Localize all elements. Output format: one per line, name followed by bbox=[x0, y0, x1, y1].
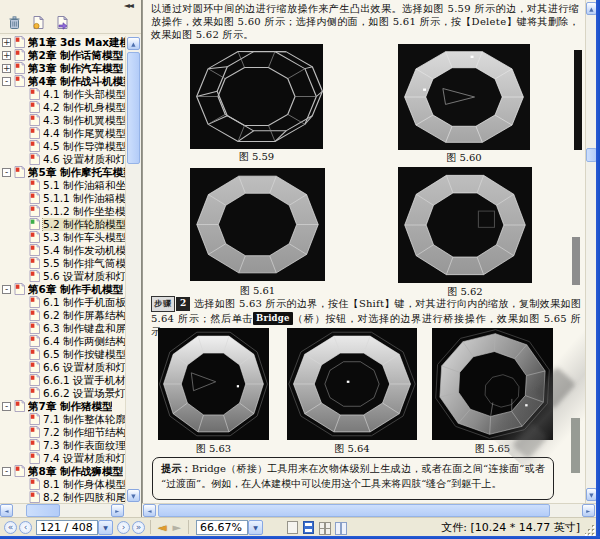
expander-icon[interactable]: + bbox=[2, 38, 11, 47]
bookmark-item-label: 6.1 制作手机面板模型 bbox=[43, 296, 125, 309]
bookmark-item[interactable]: 5.4 制作发动机模型 bbox=[0, 244, 125, 257]
bookmark-page-icon bbox=[29, 244, 40, 257]
bookmark-item[interactable]: 7.3 制作表面纹理 bbox=[0, 439, 125, 452]
bookmark-item[interactable]: 6.6 设置材质和灯光 bbox=[0, 361, 125, 374]
expander-icon[interactable]: + bbox=[2, 51, 11, 60]
bookmark-page-icon bbox=[14, 166, 25, 179]
bookmark-item[interactable]: 7.1 制作整体轮廓 bbox=[0, 413, 125, 426]
bookmark-item-label: 5.1.2 制作坐垫模型 bbox=[43, 205, 125, 218]
bookmark-item[interactable]: 4.6 设置材质和灯光 bbox=[0, 153, 125, 166]
continuous-facing-layout-button[interactable] bbox=[334, 520, 347, 535]
bookmark-item-label: 4.1 制作头部模型 bbox=[43, 88, 125, 101]
scroll-down-icon[interactable]: ▼ bbox=[127, 489, 140, 502]
bookmark-item[interactable]: - 第4章 制作战斗机模型 bbox=[0, 75, 125, 88]
bookmark-item[interactable]: 5.6 设置材质和灯光 bbox=[0, 270, 125, 283]
collapse-panel-icon[interactable]: ◄◄ bbox=[124, 1, 132, 10]
first-page-button[interactable]: « bbox=[4, 521, 17, 534]
single-page-layout-button[interactable] bbox=[286, 520, 299, 535]
bookmark-page-icon bbox=[29, 179, 40, 192]
document-horizontal-scrollbar[interactable]: ◄ ► bbox=[142, 503, 596, 518]
scroll-thumb[interactable] bbox=[26, 504, 60, 517]
bookmark-item[interactable]: 6.1 制作手机面板模型 bbox=[0, 296, 125, 309]
previous-page-button[interactable]: ‹ bbox=[19, 521, 32, 534]
bookmark-item[interactable]: 5.1 制作油箱和坐垫模型 bbox=[0, 179, 125, 192]
bookmark-item[interactable]: 6.6.2 设置场景灯光 bbox=[0, 387, 125, 400]
scroll-thumb[interactable] bbox=[127, 52, 140, 164]
bookmark-item[interactable]: - 第5章 制作摩托车模型 bbox=[0, 166, 125, 179]
bookmark-page-icon bbox=[29, 192, 40, 205]
next-bookmark-button[interactable] bbox=[55, 15, 70, 30]
previous-view-button[interactable]: ◄ bbox=[158, 521, 166, 534]
bookmark-item-label: 第8章 制作战狮模型 bbox=[28, 465, 123, 478]
zoom-level-field[interactable]: 66.67% bbox=[196, 520, 248, 535]
bookmark-item[interactable]: 5.5 制作排气筒模型 bbox=[0, 257, 125, 270]
bookmark-item[interactable]: 4.2 制作机身模型 bbox=[0, 101, 125, 114]
continuous-layout-button[interactable] bbox=[302, 520, 315, 535]
figure-caption: 图 5.60 bbox=[398, 151, 530, 163]
expander-icon[interactable]: - bbox=[2, 168, 11, 177]
scroll-up-icon[interactable]: ▲ bbox=[127, 37, 140, 50]
bookmarks-horizontal-scrollbar[interactable]: ◄ ► bbox=[0, 503, 125, 518]
bookmark-item-label: 4.3 制作机翼模型 bbox=[43, 114, 125, 127]
bookmark-item-label: 6.6.2 设置场景灯光 bbox=[43, 387, 125, 400]
bookmark-item[interactable]: 8.1 制作身体模型 bbox=[0, 478, 125, 491]
bookmark-page-icon bbox=[29, 218, 40, 231]
bookmark-item[interactable]: 5.1.2 制作坐垫模型 bbox=[0, 205, 125, 218]
bookmark-item[interactable]: 6.6.1 设置手机材质 bbox=[0, 374, 125, 387]
scroll-thumb[interactable] bbox=[158, 504, 550, 517]
separator bbox=[188, 520, 189, 534]
new-bookmark-button[interactable] bbox=[31, 15, 46, 30]
bookmark-item[interactable]: 8.2 制作四肢和尾巴模型 bbox=[0, 491, 125, 503]
figure-caption: 图 5.65 bbox=[432, 442, 553, 454]
bookmark-item[interactable]: + 第3章 制作汽车模型 bbox=[0, 62, 125, 75]
bookmark-item[interactable]: - 第7章 制作猪模型 bbox=[0, 400, 125, 413]
page-number-field[interactable]: 121 / 408 bbox=[36, 520, 98, 535]
bookmark-page-icon bbox=[29, 426, 40, 439]
bookmark-item[interactable]: + 第2章 制作话筒模型 bbox=[0, 49, 125, 62]
expander-icon[interactable]: - bbox=[2, 77, 11, 86]
zoom-dropdown-icon[interactable]: ▼ bbox=[248, 520, 263, 535]
figure-5-61 bbox=[190, 168, 325, 281]
next-page-button[interactable]: › bbox=[117, 521, 130, 534]
bookmark-item[interactable]: 4.3 制作机翼模型 bbox=[0, 114, 125, 127]
expander-icon[interactable]: - bbox=[2, 285, 11, 294]
resize-grip[interactable] bbox=[585, 525, 596, 536]
scroll-left-icon[interactable]: ◄ bbox=[0, 504, 13, 517]
bookmark-item[interactable]: 4.4 制作尾翼模型 bbox=[0, 127, 125, 140]
bookmark-item[interactable]: 6.4 制作两侧结构及系绳 bbox=[0, 335, 125, 348]
bookmark-item[interactable]: - 第6章 制作手机模型 bbox=[0, 283, 125, 296]
bookmark-page-icon bbox=[29, 374, 40, 387]
bookmark-item[interactable]: 6.5 制作按键模型 bbox=[0, 348, 125, 361]
facing-layout-button[interactable] bbox=[318, 520, 331, 535]
bookmark-list: + 第1章 3ds Max建模基础 + 第2章 制作话筒模型 + 第3章 制作汽… bbox=[0, 36, 125, 503]
bookmark-item[interactable]: - 第8章 制作战狮模型 bbox=[0, 465, 125, 478]
page-dropdown-icon[interactable]: ▼ bbox=[98, 520, 113, 535]
bookmark-item[interactable]: 6.2 制作屏幕结构 bbox=[0, 309, 125, 322]
scroll-right-icon[interactable]: ► bbox=[582, 504, 595, 517]
expander-icon[interactable]: - bbox=[2, 402, 11, 411]
bookmarks-vertical-scrollbar[interactable]: ▲ ▼ bbox=[125, 36, 141, 503]
expander-icon[interactable]: - bbox=[2, 467, 11, 476]
bookmark-item-label: 第7章 制作猪模型 bbox=[28, 400, 112, 413]
scroll-left-icon[interactable]: ◄ bbox=[143, 504, 156, 517]
bookmark-item-label: 5.1 制作油箱和坐垫模型 bbox=[43, 179, 125, 192]
bookmark-item[interactable]: 4.1 制作头部模型 bbox=[0, 88, 125, 101]
scroll-right-icon[interactable]: ► bbox=[111, 504, 124, 517]
bookmark-item[interactable]: 5.2 制作轮胎模型 bbox=[0, 218, 125, 231]
bookmark-page-icon bbox=[29, 101, 40, 114]
next-view-button[interactable]: ► bbox=[172, 521, 180, 534]
bookmark-item[interactable]: 7.2 制作细节结构 bbox=[0, 426, 125, 439]
bookmark-item-label: 4.5 制作导弹模型 bbox=[43, 140, 125, 153]
bookmark-item[interactable]: + 第1章 3ds Max建模基础 bbox=[0, 36, 125, 49]
bookmarks-panel: ◄◄ + 第1章 3ds Max建模基础 + 第2章 制作话筒模型 + 第3章 … bbox=[0, 0, 142, 517]
status-bar: « ‹ 121 / 408 ▼ › » ◄ ► 66.67% ▼ 文件: [10… bbox=[0, 517, 596, 536]
expander-icon[interactable]: + bbox=[2, 64, 11, 73]
tip-text: Bridge（桥接）工具用来在次物体级别上生成边，或者在面之间“连接面”或者“过… bbox=[161, 463, 545, 489]
bookmark-item[interactable]: 6.3 制作键盘和屏幕过渡 bbox=[0, 322, 125, 335]
delete-bookmark-button[interactable] bbox=[7, 15, 22, 30]
bookmark-item[interactable]: 4.5 制作导弹模型 bbox=[0, 140, 125, 153]
last-page-button[interactable]: » bbox=[132, 521, 145, 534]
bookmark-item[interactable]: 5.3 制作车头模型 bbox=[0, 231, 125, 244]
bookmark-item[interactable]: 5.1.1 制作油箱模型 bbox=[0, 192, 125, 205]
bookmark-item[interactable]: 7.4 设置材质和灯光 bbox=[0, 452, 125, 465]
